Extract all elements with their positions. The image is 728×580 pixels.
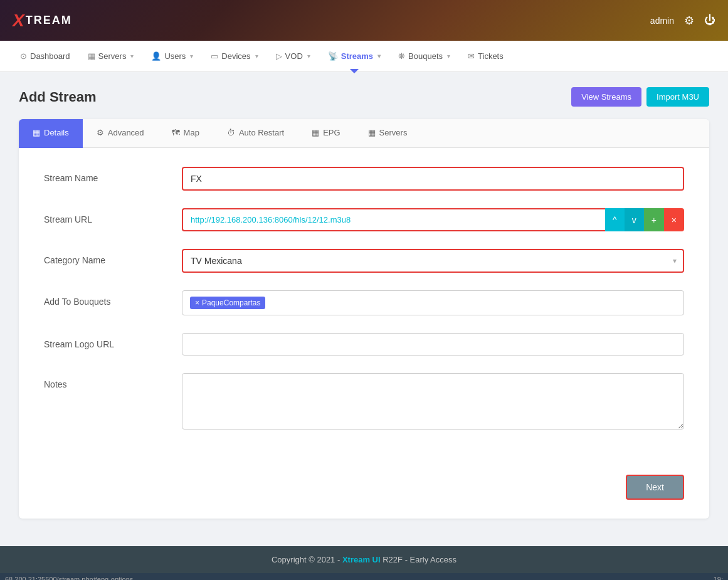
power-icon[interactable]: ⏻ — [704, 14, 715, 27]
header-right: admin ⚙ ⏻ — [650, 14, 715, 28]
bouquet-tag-label: PaqueCompartas — [202, 298, 260, 307]
servers-icon: ▦ — [88, 51, 95, 61]
nav-label-tickets: Tickets — [478, 51, 504, 61]
url-plus-button[interactable]: + — [644, 208, 664, 231]
page-title: Add Stream — [19, 89, 96, 105]
add-to-bouquets-row: Add To Bouquets × PaqueCompartas — [44, 290, 684, 315]
details-tab-icon: ▦ — [33, 128, 40, 137]
footer-version: R22F - Early Access — [382, 555, 456, 564]
admin-label: admin — [650, 16, 674, 26]
tab-epg[interactable]: ▦ EPG — [298, 119, 354, 148]
main-nav: ⊙ Dashboard ▦ Servers ▾ 👤 Users ▾ ▭ Devi… — [0, 41, 728, 72]
stream-logo-url-label: Stream Logo URL — [44, 333, 182, 349]
bouquets-control: × PaqueCompartas — [182, 290, 684, 315]
nav-item-streams[interactable]: 📡 Streams ▾ — [320, 48, 388, 65]
notes-row: Notes — [44, 373, 684, 432]
streams-icon: 📡 — [328, 51, 338, 61]
servers-tab-icon: ▦ — [368, 128, 376, 137]
users-icon: 👤 — [151, 51, 161, 61]
map-tab-icon: 🗺 — [172, 128, 180, 137]
add-to-bouquets-label: Add To Bouquets — [44, 290, 182, 307]
devices-dropdown-arrow: ▾ — [255, 53, 258, 60]
tab-details[interactable]: ▦ Details — [19, 119, 83, 148]
auto-restart-tab-icon: ⏱ — [227, 128, 235, 137]
page-content: Add Stream View Streams Import M3U ▦ Det… — [0, 72, 728, 534]
logo-x: X — [13, 11, 23, 31]
nav-label-streams: Streams — [341, 51, 373, 61]
tab-auto-restart-label: Auto Restart — [239, 128, 284, 137]
logo-tream: TREAM — [26, 14, 72, 27]
page-header: Add Stream View Streams Import M3U — [19, 87, 709, 107]
nav-label-bouquets: Bouquets — [408, 51, 443, 61]
stream-url-wrap: ^ v + × — [182, 208, 684, 231]
notes-control — [182, 373, 684, 432]
statusbar-time: 19: — [714, 576, 723, 580]
nav-item-servers[interactable]: ▦ Servers ▾ — [80, 48, 142, 65]
notes-textarea[interactable] — [182, 373, 684, 430]
bouquets-dropdown-arrow: ▾ — [447, 53, 450, 60]
users-dropdown-arrow: ▾ — [190, 53, 193, 60]
category-name-row: Category Name TV Mexicana ▾ — [44, 249, 684, 273]
bouquet-tag[interactable]: × PaqueCompartas — [190, 297, 265, 309]
tab-map[interactable]: 🗺 Map — [158, 119, 213, 148]
import-m3u-button[interactable]: Import M3U — [646, 87, 709, 107]
category-name-label: Category Name — [44, 249, 182, 265]
nav-label-dashboard: Dashboard — [30, 51, 70, 61]
stream-name-row: Stream Name — [44, 167, 684, 191]
url-remove-button[interactable]: × — [664, 208, 684, 231]
vod-icon: ▷ — [276, 51, 282, 61]
footer-brand: Xtream UI — [342, 555, 381, 564]
tab-map-label: Map — [184, 128, 199, 137]
category-select[interactable]: TV Mexicana — [182, 249, 684, 273]
nav-label-vod: VOD — [285, 51, 303, 61]
stream-url-label: Stream URL — [44, 208, 182, 224]
logo[interactable]: X TREAM — [13, 11, 72, 31]
nav-item-bouquets[interactable]: ❋ Bouquets ▾ — [391, 48, 458, 65]
url-up-button[interactable]: ^ — [605, 208, 625, 231]
tab-bar: ▦ Details ⚙ Advanced 🗺 Map ⏱ Auto Restar… — [19, 119, 709, 148]
next-button[interactable]: Next — [626, 475, 684, 500]
tab-details-label: Details — [44, 128, 69, 137]
page-footer: Copyright © 2021 - Xtream UI R22F - Earl… — [0, 546, 728, 573]
nav-streams-wrap: 📡 Streams ▾ — [320, 48, 388, 65]
nav-item-tickets[interactable]: ✉ Tickets — [460, 48, 511, 65]
tab-servers-label: Servers — [379, 128, 408, 137]
tab-epg-label: EPG — [323, 128, 340, 137]
stream-logo-url-row: Stream Logo URL — [44, 333, 684, 356]
nav-label-users: Users — [164, 51, 186, 61]
tab-servers[interactable]: ▦ Servers — [354, 119, 421, 148]
nav-label-servers: Servers — [98, 51, 127, 61]
nav-item-dashboard[interactable]: ⊙ Dashboard — [13, 48, 78, 65]
stream-name-input[interactable] — [182, 167, 684, 191]
tab-advanced-label: Advanced — [108, 128, 144, 137]
stream-name-control — [182, 167, 684, 191]
stream-url-row: Stream URL ^ v + × — [44, 208, 684, 231]
tab-advanced[interactable]: ⚙ Advanced — [83, 119, 158, 148]
stream-logo-url-input[interactable] — [182, 333, 684, 356]
url-down-button[interactable]: v — [625, 208, 644, 231]
category-control: TV Mexicana ▾ — [182, 249, 684, 273]
streams-caret — [350, 69, 359, 73]
bouquets-icon: ❋ — [398, 51, 405, 61]
nav-label-devices: Devices — [221, 51, 250, 61]
tickets-icon: ✉ — [468, 51, 475, 61]
servers-dropdown-arrow: ▾ — [130, 53, 134, 60]
statusbar-url: 68.200.21:25500/stream.php#epg-options — [5, 576, 133, 580]
statusbar: 68.200.21:25500/stream.php#epg-options 1… — [0, 573, 728, 580]
page-header-actions: View Streams Import M3U — [571, 87, 709, 107]
tab-auto-restart[interactable]: ⏱ Auto Restart — [213, 119, 298, 148]
bouquet-tag-x[interactable]: × — [195, 298, 199, 307]
view-streams-button[interactable]: View Streams — [571, 87, 641, 107]
bouquets-input[interactable]: × PaqueCompartas — [182, 290, 684, 315]
epg-tab-icon: ▦ — [312, 128, 319, 137]
nav-item-vod[interactable]: ▷ VOD ▾ — [268, 48, 318, 65]
stream-url-control: ^ v + × — [182, 208, 684, 231]
nav-item-devices[interactable]: ▭ Devices ▾ — [203, 48, 265, 65]
footer-text: Copyright © 2021 - — [272, 555, 342, 564]
stream-url-input[interactable] — [182, 208, 605, 231]
settings-icon[interactable]: ⚙ — [684, 14, 694, 28]
form-footer: Next — [19, 468, 709, 519]
stream-name-label: Stream Name — [44, 167, 182, 183]
nav-item-users[interactable]: 👤 Users ▾ — [144, 48, 201, 65]
add-stream-card: ▦ Details ⚙ Advanced 🗺 Map ⏱ Auto Restar… — [19, 119, 709, 519]
